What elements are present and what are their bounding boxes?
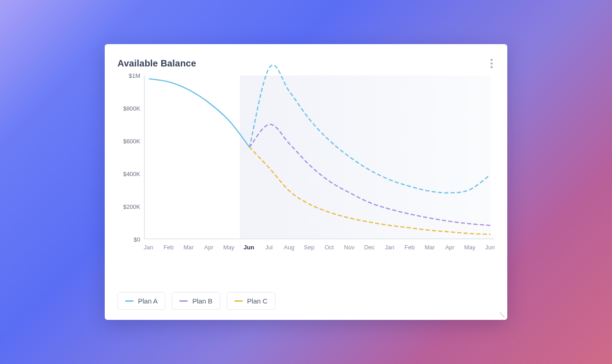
more-options-button[interactable] <box>489 57 495 70</box>
chart-lines <box>145 76 495 238</box>
x-tick: Jun <box>244 244 254 251</box>
chart: $0$200K$400K$600K$800K$1M JanFebMarAprMa… <box>117 76 495 267</box>
x-tick: Mar <box>424 244 434 251</box>
y-tick: $800K <box>123 105 140 112</box>
x-tick: Jun <box>485 244 495 251</box>
x-tick: Jul <box>265 244 273 251</box>
x-tick: May <box>464 244 476 251</box>
y-tick: $400K <box>123 171 140 177</box>
legend-swatch <box>235 300 243 302</box>
series-plan-a <box>250 65 490 193</box>
x-tick: Nov <box>344 244 355 251</box>
legend-item-plan_c[interactable]: Plan C <box>227 292 275 310</box>
series-actual <box>149 79 250 147</box>
card-title: Available Balance <box>117 58 196 69</box>
series-plan-b <box>250 124 490 225</box>
legend-swatch <box>125 300 133 302</box>
x-tick: Dec <box>364 244 375 251</box>
legend-label: Plan B <box>192 297 212 305</box>
y-axis: $0$200K$400K$600K$800K$1M <box>117 76 144 239</box>
x-tick: Apr <box>204 244 213 251</box>
legend-swatch <box>179 300 188 302</box>
legend-label: Plan C <box>247 297 268 305</box>
x-tick: Apr <box>445 244 454 251</box>
legend-item-plan_b[interactable]: Plan B <box>172 292 220 310</box>
balance-card: Available Balance $0$200K$400K$600K$800K… <box>105 44 507 320</box>
x-tick: Jan <box>385 244 394 251</box>
y-tick: $0 <box>134 236 140 243</box>
x-tick: Mar <box>184 244 194 251</box>
legend: Plan APlan BPlan C <box>117 292 495 310</box>
y-tick: $200K <box>123 203 140 210</box>
plot-area <box>144 76 495 239</box>
legend-item-plan_a[interactable]: Plan A <box>117 292 165 310</box>
x-tick: Aug <box>284 244 294 251</box>
x-tick: May <box>223 244 235 251</box>
x-tick: Feb <box>163 244 173 251</box>
x-tick: Feb <box>404 244 414 251</box>
legend-label: Plan A <box>138 297 158 305</box>
x-tick: Oct <box>325 244 334 251</box>
series-plan-c <box>250 147 490 235</box>
card-header: Available Balance <box>117 57 495 70</box>
x-tick: Jan <box>144 244 153 251</box>
y-tick: $1M <box>129 72 140 79</box>
resize-handle-icon[interactable] <box>497 310 505 317</box>
x-tick: Sep <box>304 244 314 251</box>
y-tick: $600K <box>123 138 140 145</box>
